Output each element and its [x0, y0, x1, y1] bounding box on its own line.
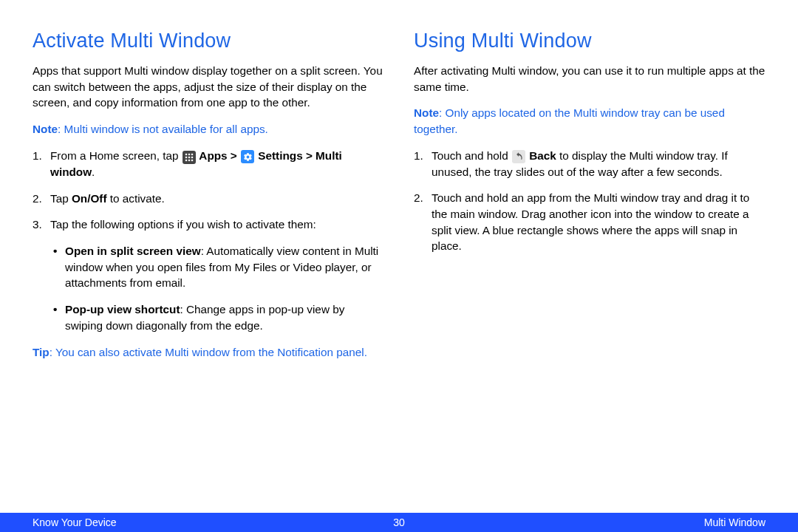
step-1: From a Home screen, tap Apps > Settings … — [33, 148, 384, 180]
bullet-open-split: Open in split screen view: Automatically… — [50, 243, 384, 291]
footer-right: Multi Window — [704, 516, 765, 528]
page-footer: Know Your Device 30 Multi Window — [0, 513, 798, 532]
manual-page: Activate Multi Window Apps that support … — [0, 0, 798, 532]
svg-point-6 — [185, 160, 187, 162]
settings-icon — [241, 150, 254, 163]
svg-point-8 — [191, 160, 193, 162]
tip-text: : You can also activate Multi window fro… — [50, 346, 367, 358]
sub-bullets: Open in split screen view: Automatically… — [50, 243, 384, 334]
step2-a: Tap — [50, 192, 72, 205]
steps-list-left: From a Home screen, tap Apps > Settings … — [33, 148, 384, 334]
step-2: Tap On/Off to activate. — [33, 191, 384, 207]
note-label-right: Note — [414, 106, 439, 119]
step3-text: Tap the following options if you wish to… — [50, 218, 316, 231]
step-r2-text: Touch and hold an app from the Multi win… — [432, 191, 749, 252]
step1-text-a: From a Home screen, tap — [50, 149, 182, 162]
svg-point-4 — [188, 157, 190, 159]
step-3: Tap the following options if you wish to… — [33, 216, 384, 333]
note-text-right: : Only apps located on the Multi window … — [414, 106, 725, 135]
bullet-popup-shortcut: Pop-up view shortcut: Change apps in pop… — [50, 301, 384, 333]
bullet2-label: Pop-up view shortcut — [65, 303, 180, 316]
apps-icon — [183, 151, 196, 164]
steps-list-right: Touch and hold Back to display the Multi… — [414, 148, 765, 254]
step1-end: . — [92, 166, 95, 178]
svg-point-3 — [185, 157, 187, 159]
tip-label: Tip — [33, 346, 50, 358]
intro-right: After activating Multi window, you can u… — [414, 63, 765, 95]
step2-c: to activate. — [107, 192, 165, 205]
heading-using: Using Multi Window — [414, 30, 765, 52]
step-r1: Touch and hold Back to display the Multi… — [414, 148, 765, 180]
left-column: Activate Multi Window Apps that support … — [33, 30, 384, 502]
svg-point-1 — [188, 154, 190, 156]
tip-left: Tip: You can also activate Multi window … — [33, 344, 384, 361]
svg-point-0 — [185, 154, 187, 156]
back-icon — [512, 150, 525, 163]
note-label: Note — [33, 123, 58, 135]
right-column: Using Multi Window After activating Mult… — [414, 30, 765, 502]
heading-activate: Activate Multi Window — [33, 30, 384, 52]
note-text: : Multi window is not available for all … — [58, 123, 268, 135]
step-r1-a: Touch and hold — [432, 149, 511, 162]
note-right: Note: Only apps located on the Multi win… — [414, 105, 765, 137]
intro-paragraph: Apps that support Multi window display t… — [33, 63, 384, 111]
step-r2: Touch and hold an app from the Multi win… — [414, 190, 765, 254]
footer-page-number: 30 — [393, 516, 405, 528]
note-left: Note: Multi window is not available for … — [33, 121, 384, 137]
two-column-layout: Activate Multi Window Apps that support … — [33, 30, 765, 502]
step1-apps-label: Apps > — [197, 149, 240, 162]
step2-b: On/Off — [72, 192, 107, 205]
svg-point-7 — [188, 160, 190, 162]
svg-point-2 — [191, 154, 193, 156]
svg-point-5 — [191, 157, 193, 159]
bullet1-label: Open in split screen view — [65, 245, 201, 257]
step-r1-b: Back — [526, 149, 556, 162]
footer-left: Know Your Device — [33, 516, 117, 528]
